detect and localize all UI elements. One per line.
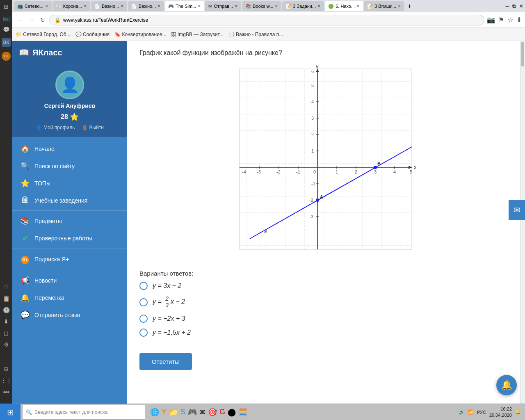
tab-close[interactable]: ✕ — [275, 4, 278, 8]
tab-vazno1[interactable]: 📄 Важно... ✕ — [91, 1, 127, 11]
bookmark-vazno[interactable]: 📑 Важно - Правила п... — [228, 32, 283, 37]
minimize-btn[interactable]: ─ — [505, 3, 509, 9]
grid-icon[interactable]: ⋮⋮ — [0, 377, 12, 384]
tab-setevcity[interactable]: 📺 Сетево... ✕ — [14, 1, 52, 11]
variant-option-4[interactable]: y = −1,5x + 2 — [139, 329, 508, 337]
tab-close[interactable]: ✕ — [84, 4, 87, 8]
tab-thesims[interactable]: 🎮 The Sim... ✕ — [165, 1, 204, 11]
taskbar-yandex-icon[interactable]: Y — [162, 408, 167, 416]
nav-feedback[interactable]: 💬 Отправить отзыв — [12, 306, 127, 324]
start-button[interactable]: ⊞ — [0, 404, 21, 420]
taskbar-cortana-icon[interactable]: 🌐 — [150, 408, 159, 417]
nav-tests-label: Проверочные работы — [34, 235, 92, 242]
taskbar-gmod-icon[interactable]: G — [219, 408, 225, 416]
star-icon[interactable]: ☆ — [507, 16, 513, 24]
yaklass-sidebar-icon[interactable]: Я+ — [2, 52, 11, 61]
bookmark-imgbb[interactable]: 🖼 ImgBB — Загрузит... — [171, 32, 223, 37]
tab-close[interactable]: ✕ — [158, 4, 161, 8]
logout-link[interactable]: 🚪 Выйти — [82, 125, 104, 130]
radio-3[interactable] — [139, 315, 148, 323]
bookmark-setevcity[interactable]: 📁 Сетевой Город. Об... — [16, 32, 71, 37]
cube-icon[interactable]: ◻ — [4, 330, 9, 336]
url-text: www.yaklass.ru/TestWorkRun/Exercise — [63, 17, 148, 23]
download-nav-icon[interactable]: ⬇ — [516, 16, 522, 24]
tab-zadanie3[interactable]: 📝 3 Задани... ✕ — [282, 1, 324, 11]
tab-label: 3 Задани... — [293, 4, 316, 9]
scrollbar[interactable] — [520, 41, 525, 404]
nav-subjects[interactable]: 📚 Предметы — [12, 212, 127, 230]
radio-1[interactable] — [139, 282, 148, 290]
bookmark-soobsh[interactable]: 💬 Сообщения — [75, 32, 110, 37]
settings-icon[interactable]: ⚙ — [4, 341, 9, 348]
taskbar-calc-icon[interactable]: 🧮 — [238, 408, 247, 417]
twitch-icon[interactable]: 📺 — [3, 15, 10, 21]
note-icon[interactable]: 📋 — [3, 295, 10, 302]
monitor-icon[interactable]: 🖥 — [3, 366, 9, 372]
close-btn[interactable]: ✕ — [519, 3, 523, 9]
address-bar[interactable]: 🔒 www.yaklass.ru/TestWorkRun/Exercise — [49, 15, 484, 25]
more-icon[interactable]: ••• — [3, 389, 9, 395]
taskbar-explorer-icon[interactable]: 📁 — [169, 408, 178, 417]
variant-option-1[interactable]: y = 3x − 2 — [139, 282, 508, 290]
email-sidebar-btn[interactable]: ✉ — [509, 200, 525, 220]
radio-4[interactable] — [139, 329, 148, 337]
bookmark-konv[interactable]: 🔖 Конвертирование... — [114, 32, 166, 37]
function-graph: x y 0 1 2 3 4 -1 -2 -3 -4 — [227, 65, 420, 262]
heart-icon[interactable]: ♡ — [4, 284, 9, 290]
tab-close[interactable]: ✕ — [317, 4, 321, 8]
radio-2[interactable] — [139, 298, 148, 306]
whatsapp-icon[interactable]: 💬 — [3, 26, 10, 33]
taskbar-skype-icon[interactable]: S — [180, 408, 185, 416]
nav-tests[interactable]: ✔ Проверочные работы — [12, 230, 127, 247]
profile-icon: 👤 — [36, 125, 42, 130]
taskbar-steam-icon[interactable]: 🎯 — [208, 408, 217, 417]
forward-btn[interactable]: → — [27, 16, 36, 24]
svg-text:1: 1 — [311, 148, 314, 153]
notification-bell-btn[interactable]: 🔔 — [496, 375, 517, 395]
windows-start-icon[interactable]: ⊞ — [4, 3, 9, 10]
answer-button[interactable]: Ответить! — [139, 353, 192, 370]
extensions-icon[interactable]: 📷 — [487, 16, 495, 24]
taskbar-notification-icon[interactable]: 🔔 — [515, 409, 521, 415]
page-content: 📖 ЯКласс 👤 Сергей Ануфриев 28 ⭐ 👤 Мой пр… — [12, 41, 525, 404]
tab-close[interactable]: ✕ — [398, 4, 401, 8]
nav-news[interactable]: 📢 Новости — [12, 272, 127, 289]
tab-close[interactable]: ✕ — [45, 4, 48, 8]
nav-home[interactable]: 🏠 Начало — [12, 140, 127, 158]
flag-icon[interactable]: ⚑ — [498, 16, 504, 24]
taskbar-gamecontrol-icon[interactable]: 🎮 — [188, 408, 197, 417]
vk-icon[interactable]: ВК — [2, 38, 11, 47]
clock-icon[interactable]: 🕐 — [3, 307, 10, 313]
tab-favicon: 📰 — [56, 4, 62, 9]
nav-schools[interactable]: 🏛 Учебные заведения — [12, 192, 127, 209]
nav-menu: 🏠 Начало 🔍 Поиск по сайту ⭐ ТОПы 🏛 Учебн… — [12, 137, 127, 327]
tab-vpishi3[interactable]: 📝 3 Впиши... ✕ — [364, 1, 404, 11]
nav-search[interactable]: 🔍 Поиск по сайту — [12, 158, 127, 175]
refresh-btn[interactable]: ↻ — [39, 16, 47, 24]
taskbar-obs-icon[interactable]: ⬤ — [228, 408, 236, 417]
nav-tops[interactable]: ⭐ ТОПы — [12, 175, 127, 192]
tab-close[interactable]: ✕ — [121, 4, 124, 8]
tab-nakho6[interactable]: 🟢 6. Нахо... ✕ — [325, 1, 363, 11]
restore-btn[interactable]: ⧉ — [512, 3, 516, 9]
variant-option-2[interactable]: y = 2 3 x − 2 — [139, 296, 508, 309]
tab-books[interactable]: 📚 Books w... ✕ — [242, 1, 281, 11]
taskbar-sound-icon[interactable]: 🔊 — [459, 409, 465, 415]
taskbar-search[interactable]: 🔍 Введите здесь текст для поиска — [22, 405, 145, 420]
taskbar-network-icon[interactable]: 📶 — [468, 409, 474, 415]
tab-vazno2[interactable]: 📄 Важно... ✕ — [128, 1, 164, 11]
new-tab-btn[interactable]: + — [405, 2, 414, 10]
tab-close[interactable]: ✕ — [198, 4, 201, 8]
nav-subscription[interactable]: Я+ Подписка Я+ — [12, 251, 127, 268]
variant-option-3[interactable]: y = −2x + 3 — [139, 315, 508, 323]
taskbar-mail-icon[interactable]: ✉ — [199, 408, 205, 417]
tab-korona[interactable]: 📰 Корона... ✕ — [52, 1, 90, 11]
tab-otprav[interactable]: ✉ Отправ... ✕ — [205, 1, 241, 11]
profile-link[interactable]: 👤 Мой профиль — [36, 125, 75, 130]
tab-close[interactable]: ✕ — [356, 4, 360, 8]
back-btn[interactable]: ← — [16, 16, 25, 24]
scrollbar-thumb[interactable] — [521, 42, 524, 66]
download-icon[interactable]: ⬇ — [4, 318, 9, 325]
nav-break[interactable]: 🔔 Переменка — [12, 289, 127, 306]
tab-close[interactable]: ✕ — [235, 4, 238, 8]
